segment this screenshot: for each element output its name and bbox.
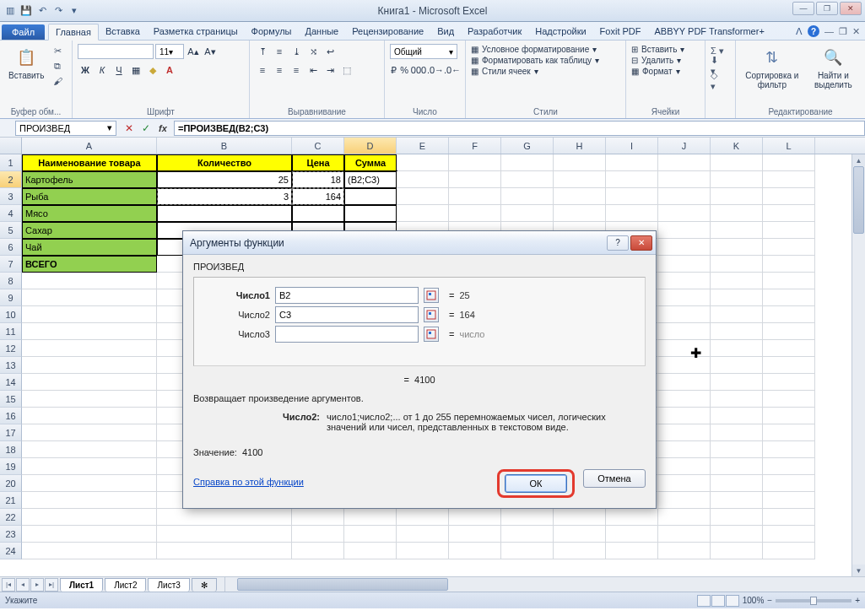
row-header-6[interactable]: 6 xyxy=(0,239,22,256)
font-size-combo[interactable]: 11▾ xyxy=(155,44,184,59)
cell-L3[interactable] xyxy=(763,188,815,205)
tab-разметка-страницы[interactable]: Разметка страницы xyxy=(147,24,245,40)
tab-главная[interactable]: Главная xyxy=(48,24,99,41)
row-header-2[interactable]: 2 xyxy=(0,171,22,188)
wrap-text-icon[interactable]: ↩ xyxy=(322,44,338,59)
cell-J22[interactable] xyxy=(658,509,711,526)
cell-A1[interactable]: Наименование товара xyxy=(22,154,157,171)
row-header-5[interactable]: 5 xyxy=(0,222,22,239)
delete-cells-button[interactable]: ⊟ Удалить ▾ xyxy=(631,55,700,66)
undo-icon[interactable]: ↶ xyxy=(35,4,49,18)
row-header-9[interactable]: 9 xyxy=(0,289,22,306)
col-header-I[interactable]: I xyxy=(606,138,658,154)
col-header-D[interactable]: D xyxy=(344,138,397,154)
cell-L9[interactable] xyxy=(763,289,815,306)
new-sheet-button[interactable]: ✻ xyxy=(192,578,217,592)
cell-E23[interactable] xyxy=(397,526,449,543)
cancel-button[interactable]: Отмена xyxy=(583,469,646,488)
cell-K3[interactable] xyxy=(711,188,763,205)
doc-minimize-icon[interactable]: — xyxy=(824,26,834,36)
row-header-13[interactable]: 13 xyxy=(0,357,22,374)
cell-J15[interactable] xyxy=(658,391,711,408)
dialog-help-button[interactable]: ? xyxy=(607,235,629,251)
cell-K9[interactable] xyxy=(711,289,763,306)
prev-sheet-icon[interactable]: ◂ xyxy=(16,578,30,592)
cell-A3[interactable]: Рыба xyxy=(22,188,157,205)
format-painter-icon[interactable]: 🖌 xyxy=(51,74,64,88)
orientation-icon[interactable]: ⤭ xyxy=(305,44,321,59)
view-buttons[interactable] xyxy=(697,595,739,607)
cell-C3[interactable]: 164 xyxy=(292,188,344,205)
sheet-tab-Лист3[interactable]: Лист3 xyxy=(148,578,189,592)
cell-K17[interactable] xyxy=(711,424,763,441)
cell-C22[interactable] xyxy=(292,509,344,526)
cell-J8[interactable] xyxy=(658,273,711,289)
arg-refedit-button-2[interactable] xyxy=(424,327,439,342)
cell-A7[interactable]: ВСЕГО xyxy=(22,256,157,273)
cell-I3[interactable] xyxy=(606,188,658,205)
zoom-value[interactable]: 100% xyxy=(743,596,765,605)
cell-A22[interactable] xyxy=(22,509,157,526)
row-header-21[interactable]: 21 xyxy=(0,492,22,509)
align-center-icon[interactable]: ≡ xyxy=(272,62,287,78)
col-header-L[interactable]: L xyxy=(763,138,815,154)
cell-A21[interactable] xyxy=(22,492,157,509)
number-format-combo[interactable]: Общий▾ xyxy=(390,44,457,59)
row-header-18[interactable]: 18 xyxy=(0,441,22,458)
cell-L12[interactable] xyxy=(763,340,815,357)
cell-K13[interactable] xyxy=(711,357,763,374)
sheet-tab-Лист1[interactable]: Лист1 xyxy=(60,578,103,592)
tab-разработчик[interactable]: Разработчик xyxy=(461,24,528,40)
row-header-19[interactable]: 19 xyxy=(0,458,22,475)
cell-J23[interactable] xyxy=(658,526,711,543)
cell-J1[interactable] xyxy=(658,154,711,171)
col-header-A[interactable]: A xyxy=(22,138,157,154)
percent-icon[interactable]: % xyxy=(399,62,409,78)
cell-G2[interactable] xyxy=(501,171,554,188)
align-right-icon[interactable]: ≡ xyxy=(289,62,304,78)
scroll-up-icon[interactable]: ▲ xyxy=(852,154,865,166)
cell-C1[interactable]: Цена xyxy=(292,154,344,171)
align-left-icon[interactable]: ≡ xyxy=(255,62,270,78)
cell-A8[interactable] xyxy=(22,273,157,289)
cell-L8[interactable] xyxy=(763,273,815,289)
cell-K11[interactable] xyxy=(711,323,763,340)
underline-button[interactable]: Ч xyxy=(111,62,127,78)
cell-A24[interactable] xyxy=(22,543,157,559)
cell-L18[interactable] xyxy=(763,441,815,458)
cell-J9[interactable] xyxy=(658,289,711,306)
cell-A11[interactable] xyxy=(22,323,157,340)
row-header-12[interactable]: 12 xyxy=(0,340,22,357)
cell-K21[interactable] xyxy=(711,492,763,509)
function-help-link[interactable]: Справка по этой функции xyxy=(193,477,304,487)
tab-формулы[interactable]: Формулы xyxy=(245,24,299,40)
cell-K23[interactable] xyxy=(711,526,763,543)
cell-F2[interactable] xyxy=(449,171,501,188)
tab-данные[interactable]: Данные xyxy=(298,24,345,40)
cell-J11[interactable] xyxy=(658,323,711,340)
doc-close-icon[interactable]: ✕ xyxy=(852,26,860,37)
sort-filter-button[interactable]: ⇅ Сортировка и фильтр xyxy=(741,44,803,91)
cell-D4[interactable] xyxy=(344,205,397,222)
thousands-icon[interactable]: 000 xyxy=(411,62,426,78)
insert-function-icon[interactable]: fx xyxy=(155,121,170,136)
hscroll-thumb[interactable] xyxy=(237,578,448,591)
cell-L7[interactable] xyxy=(763,256,815,273)
zoom-out-icon[interactable]: − xyxy=(767,596,772,605)
cell-D1[interactable]: Сумма xyxy=(344,154,397,171)
row-header-3[interactable]: 3 xyxy=(0,188,22,205)
cell-J17[interactable] xyxy=(658,424,711,441)
cell-E4[interactable] xyxy=(397,205,449,222)
cell-G1[interactable] xyxy=(501,154,554,171)
cell-L16[interactable] xyxy=(763,408,815,424)
col-header-F[interactable]: F xyxy=(449,138,501,154)
cell-K19[interactable] xyxy=(711,458,763,475)
cell-K22[interactable] xyxy=(711,509,763,526)
cell-B4[interactable] xyxy=(157,205,292,222)
shrink-font-icon[interactable]: A▾ xyxy=(203,44,218,59)
first-sheet-icon[interactable]: |◂ xyxy=(2,578,15,592)
cell-J18[interactable] xyxy=(658,441,711,458)
doc-restore-icon[interactable]: ❐ xyxy=(839,26,847,37)
cell-K5[interactable] xyxy=(711,222,763,239)
arg-refedit-button-1[interactable] xyxy=(424,307,439,322)
